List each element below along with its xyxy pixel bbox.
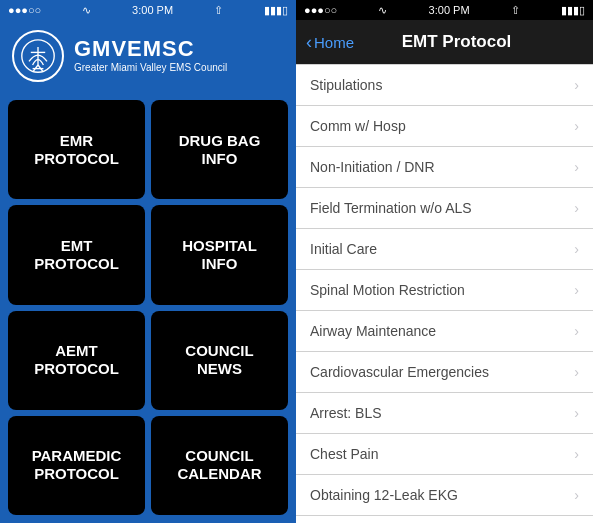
grid-buttons: EMRPROTOCOL DRUG BAGINFO EMTPROTOCOL HOS…: [0, 92, 296, 523]
paramedic-protocol-button[interactable]: PARAMEDICPROTOCOL: [8, 416, 145, 515]
list-item-text: Non-Initiation / DNR: [310, 159, 435, 175]
chevron-right-icon: ›: [574, 118, 579, 134]
left-panel: ●●●○○ ∿ 3:00 PM ⇧ ▮▮▮▯ GMVEMSC Greater M…: [0, 0, 296, 523]
wifi-icon-right: ∿: [378, 4, 387, 17]
list-item[interactable]: Stipulations›: [296, 64, 593, 106]
nav-title: EMT Protocol: [360, 32, 553, 52]
aemt-protocol-button[interactable]: AEMTPROTOCOL: [8, 311, 145, 410]
status-bar-right: ●●●○○ ∿ 3:00 PM ⇧ ▮▮▮▯: [296, 0, 593, 20]
chevron-right-icon: ›: [574, 241, 579, 257]
chevron-left-icon: ‹: [306, 32, 312, 53]
council-news-button[interactable]: COUNCILNEWS: [151, 311, 288, 410]
right-panel: ●●●○○ ∿ 3:00 PM ⇧ ▮▮▮▯ ‹ Home EMT Protoc…: [296, 0, 593, 523]
chevron-right-icon: ›: [574, 77, 579, 93]
council-calendar-button[interactable]: COUNCILCALENDAR: [151, 416, 288, 515]
list-item[interactable]: Field Termination w/o ALS›: [296, 188, 593, 229]
logo-svg: [20, 38, 56, 74]
list-item-text: Comm w/ Hosp: [310, 118, 406, 134]
list-item-text: Arrest: BLS: [310, 405, 382, 421]
logo-circle: [12, 30, 64, 82]
list-item[interactable]: Cardiovascular Emergencies›: [296, 352, 593, 393]
list-item[interactable]: Arrest: BLS›: [296, 393, 593, 434]
list-item[interactable]: Bradycardia›: [296, 516, 593, 523]
list-item-text: Spinal Motion Restriction: [310, 282, 465, 298]
chevron-right-icon: ›: [574, 323, 579, 339]
app-subtitle: Greater Miami Valley EMS Council: [74, 62, 227, 74]
arrow-icon: ⇧: [214, 4, 223, 17]
list-item-text: Airway Maintenance: [310, 323, 436, 339]
chevron-right-icon: ›: [574, 364, 579, 380]
status-bar-left: ●●●○○ ∿ 3:00 PM ⇧ ▮▮▮▯: [0, 0, 296, 20]
list-item[interactable]: Initial Care›: [296, 229, 593, 270]
time-left: 3:00 PM: [132, 4, 173, 16]
header-logo: GMVEMSC Greater Miami Valley EMS Council: [0, 20, 296, 92]
list-item[interactable]: Non-Initiation / DNR›: [296, 147, 593, 188]
list-item-text: Obtaining 12-Leak EKG: [310, 487, 458, 503]
list-item[interactable]: Comm w/ Hosp›: [296, 106, 593, 147]
chevron-right-icon: ›: [574, 200, 579, 216]
emt-protocol-button[interactable]: EMTPROTOCOL: [8, 205, 145, 304]
app-title: GMVEMSC: [74, 38, 227, 60]
battery-left: ▮▮▮▯: [264, 4, 288, 17]
chevron-right-icon: ›: [574, 282, 579, 298]
list-item[interactable]: Chest Pain›: [296, 434, 593, 475]
list-item-text: Cardiovascular Emergencies: [310, 364, 489, 380]
chevron-right-icon: ›: [574, 487, 579, 503]
list-item-text: Chest Pain: [310, 446, 378, 462]
hospital-info-button[interactable]: HOSPITALINFO: [151, 205, 288, 304]
chevron-right-icon: ›: [574, 159, 579, 175]
drug-bag-info-button[interactable]: DRUG BAGINFO: [151, 100, 288, 199]
emr-protocol-button[interactable]: EMRPROTOCOL: [8, 100, 145, 199]
protocol-list[interactable]: Stipulations›Comm w/ Hosp›Non-Initiation…: [296, 64, 593, 523]
chevron-right-icon: ›: [574, 405, 579, 421]
wifi-icon: ∿: [82, 4, 91, 17]
signal-dots-left: ●●●○○: [8, 4, 41, 16]
nav-bar: ‹ Home EMT Protocol: [296, 20, 593, 64]
list-item[interactable]: Obtaining 12-Leak EKG›: [296, 475, 593, 516]
list-item[interactable]: Airway Maintenance›: [296, 311, 593, 352]
arrow-icon-right: ⇧: [511, 4, 520, 17]
battery-right: ▮▮▮▯: [561, 4, 585, 17]
header-text: GMVEMSC Greater Miami Valley EMS Council: [74, 38, 227, 74]
list-item[interactable]: Spinal Motion Restriction›: [296, 270, 593, 311]
back-label: Home: [314, 34, 354, 51]
list-item-text: Field Termination w/o ALS: [310, 200, 472, 216]
chevron-right-icon: ›: [574, 446, 579, 462]
back-button[interactable]: ‹ Home: [306, 32, 354, 53]
time-right: 3:00 PM: [429, 4, 470, 16]
signal-dots-right: ●●●○○: [304, 4, 337, 16]
list-item-text: Stipulations: [310, 77, 382, 93]
list-item-text: Initial Care: [310, 241, 377, 257]
